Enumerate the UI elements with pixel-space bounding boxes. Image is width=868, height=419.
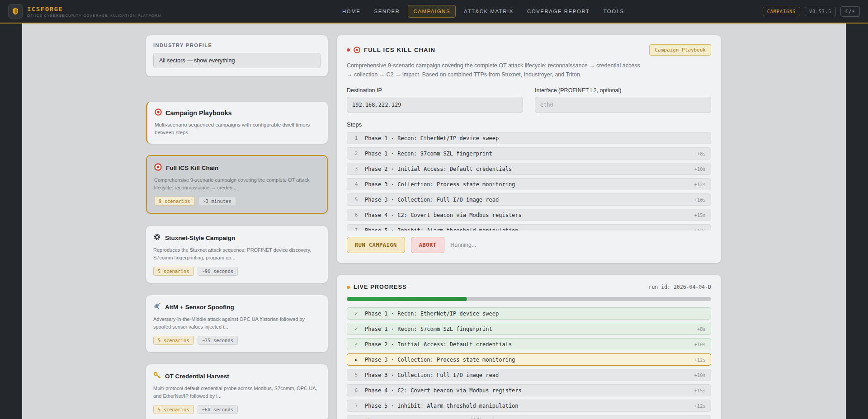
progress-step-row-active: ▶Phase 3 · Collection: Process state mon… [347, 353, 711, 366]
campaign-steps-list[interactable]: 1Phase 1 · Recon: EtherNet/IP device swe… [347, 132, 711, 231]
step-label: Phase 4 · C2: Covert beacon via Modbus r… [365, 212, 522, 218]
status-dot [347, 286, 350, 289]
step-row: 1Phase 1 · Recon: EtherNet/IP device swe… [347, 132, 711, 144]
duration-badge: ~3 minutes [198, 197, 236, 206]
run-status-text: Running... [450, 242, 476, 248]
nav-item-attack-matrix[interactable]: ATT&CK MATRIX [458, 5, 519, 18]
target-icon [154, 163, 162, 173]
step-delay: +12s [690, 357, 706, 363]
target-icon [155, 108, 162, 118]
app-logo: ICSFORGE OT/ICS CYBERSECURITY COVERAGE V… [8, 4, 161, 19]
nav-item-home[interactable]: HOME [337, 5, 366, 18]
playbook-title: OT Credential Harvest [165, 373, 229, 380]
section-description: Multi-scenario sequenced campaigns with … [155, 121, 321, 137]
step-delay: +8s [693, 326, 706, 332]
progress-fill [347, 297, 467, 301]
step-row: 7Phase 5 · Inhibit: Alarm threshold mani… [347, 224, 711, 231]
target-icon [354, 47, 360, 53]
industry-profile-label: INDUSTRY PROFILE [153, 42, 321, 48]
progress-step-row: ✓Phase 1 · Recon: EtherNet/IP device swe… [347, 307, 711, 320]
shield-logo-icon [8, 4, 23, 19]
step-delay: +15s [690, 212, 706, 218]
campaign-description: Comprehensive 9-scenario campaign coveri… [347, 61, 645, 79]
step-delay: +10s [690, 166, 706, 172]
nav-item-sender[interactable]: SENDER [369, 5, 406, 18]
progress-bar [347, 297, 711, 301]
progress-steps-list: ✓Phase 1 · Recon: EtherNet/IP device swe… [347, 307, 711, 419]
destination-ip-label: Destination IP [347, 87, 523, 94]
content-area: INDUSTRY PROFILE All sectors — show ever… [22, 24, 846, 419]
main-panel: FULL ICS KILL CHAIN Campaign Playbook Co… [337, 35, 721, 419]
step-label: Phase 3 · Collection: Process state moni… [365, 357, 515, 363]
step-row: 4Phase 3 · Collection: Process state mon… [347, 178, 711, 190]
step-delay: +15s [690, 388, 706, 393]
playbook-description: Adversary-in-the-Middle attack against O… [153, 315, 321, 331]
step-label: Phase 1 · Recon: EtherNet/IP device swee… [365, 135, 499, 141]
playbook-description: Reproduces the Stuxnet attack sequence: … [153, 246, 321, 262]
nav-item-tools[interactable]: TOOLS [598, 5, 630, 18]
duration-badge: ~75 seconds [198, 336, 238, 345]
progress-step-row: 7Phase 5 · Inhibit: Alarm threshold mani… [347, 400, 711, 412]
playbook-card-ot-credential-harvest[interactable]: OT Credential Harvest Multi-protocol def… [146, 364, 328, 419]
step-label: Phase 4 · C2: Covert beacon via Modbus r… [365, 387, 522, 394]
campaign-playbook-badge: Campaign Playbook [649, 44, 711, 56]
app-tagline: OT/ICS CYBERSECURITY COVERAGE VALIDATION… [27, 14, 161, 18]
step-label: Phase 5 · Inhibit: Alarm threshold manip… [365, 227, 519, 231]
duration-badge: ~90 seconds [198, 267, 238, 276]
interface-label: Interface (PROFINET L2, optional) [535, 87, 711, 94]
abort-button[interactable]: ABORT [411, 237, 445, 253]
step-row: 2Phase 1 · Recon: S7comm SZL fingerprint… [347, 147, 711, 160]
step-delay: +10s [690, 197, 706, 202]
main-nav: HOME SENDER CAMPAIGNS ATT&CK MATRIX COVE… [337, 5, 630, 18]
step-delay: +12s [690, 228, 706, 231]
run-id: run_id: 2026-04-04-D [649, 284, 711, 290]
step-label: Phase 1 · Recon: S7comm SZL fingerprint [365, 151, 492, 157]
playbook-title: Full ICS Kill Chain [166, 165, 218, 171]
step-delay: +12s [690, 182, 706, 187]
step-label: Phase 3 · Collection: Process state moni… [365, 181, 515, 188]
step-row: 5Phase 3 · Collection: Full I/O image re… [347, 193, 711, 206]
step-delay: +10s [690, 372, 706, 378]
step-label: Phase 2 · Initial Access: Default creden… [365, 166, 512, 172]
campaign-detail-card: FULL ICS KILL CHAIN Campaign Playbook Co… [337, 35, 721, 263]
campaign-playbooks-section: Campaign Playbooks Multi-scenario sequen… [146, 102, 328, 144]
step-row: 6Phase 4 · C2: Covert beacon via Modbus … [347, 209, 711, 221]
progress-step-row: ✓Phase 1 · Recon: S7comm SZL fingerprint… [347, 323, 711, 335]
playbook-description: Multi-protocol default credential probe … [153, 385, 321, 400]
step-label: Phase 5 · Inhibit: Alarm threshold manip… [365, 403, 519, 409]
status-dot [347, 48, 350, 52]
satellite-icon [153, 302, 161, 312]
scenarios-badge: 9 scenarios [154, 197, 195, 206]
duration-badge: ~60 seconds [198, 405, 238, 414]
run-campaign-button[interactable]: RUN CAMPAIGN [347, 237, 405, 253]
step-delay: +12s [690, 403, 706, 409]
progress-step-row: ✓Phase 2 · Initial Access: Default crede… [347, 338, 711, 350]
campaign-title: FULL ICS KILL CHAIN [364, 47, 435, 53]
destination-ip-field[interactable] [347, 97, 523, 113]
step-label: Phase 3 · Collection: Full I/O image rea… [365, 372, 499, 378]
step-label: Phase 3 · Collection: Full I/O image rea… [365, 197, 499, 203]
current-page-badge: CAMPAIGNS [763, 7, 800, 16]
step-row: 3Phase 2 · Initial Access: Default crede… [347, 163, 711, 175]
playbook-title: AitM + Sensor Spoofing [165, 304, 234, 311]
theme-toggle-icon[interactable]: ☾/☀ [840, 6, 860, 17]
industry-profile-select[interactable]: All sectors — show everything [153, 53, 321, 68]
scenarios-badge: 5 scenarios [153, 336, 194, 345]
key-icon [153, 372, 161, 381]
interface-field[interactable] [535, 97, 711, 113]
scenarios-badge: 5 scenarios [153, 405, 194, 414]
industry-profile-card: INDUSTRY PROFILE All sectors — show ever… [146, 35, 328, 76]
nav-item-coverage-report[interactable]: COVERAGE REPORT [522, 5, 595, 18]
nav-item-campaigns[interactable]: CAMPAIGNS [408, 5, 456, 18]
playbook-card-full-ics-kill-chain[interactable]: Full ICS Kill Chain Comprehensive 9-scen… [146, 155, 328, 214]
playbook-description: Comprehensive 9-scenario campaign coveri… [154, 176, 320, 192]
scenarios-badge: 5 scenarios [153, 267, 194, 276]
step-label: Phase 1 · Recon: EtherNet/IP device swee… [365, 311, 499, 317]
playbook-card-aitm-sensor-spoofing[interactable]: AitM + Sensor Spoofing Adversary-in-the-… [146, 295, 328, 352]
progress-step-row: 8Phase 6 · Impact: PLC program modificat… [347, 415, 711, 419]
app-title: ICSFORGE [27, 5, 161, 13]
section-title: Campaign Playbooks [165, 109, 232, 117]
live-progress-title: LIVE PROGRESS [354, 284, 407, 290]
playbook-card-stuxnet-style[interactable]: Stuxnet-Style Campaign Reproduces the St… [146, 226, 328, 283]
step-label: Phase 1 · Recon: S7comm SZL fingerprint [365, 326, 492, 332]
